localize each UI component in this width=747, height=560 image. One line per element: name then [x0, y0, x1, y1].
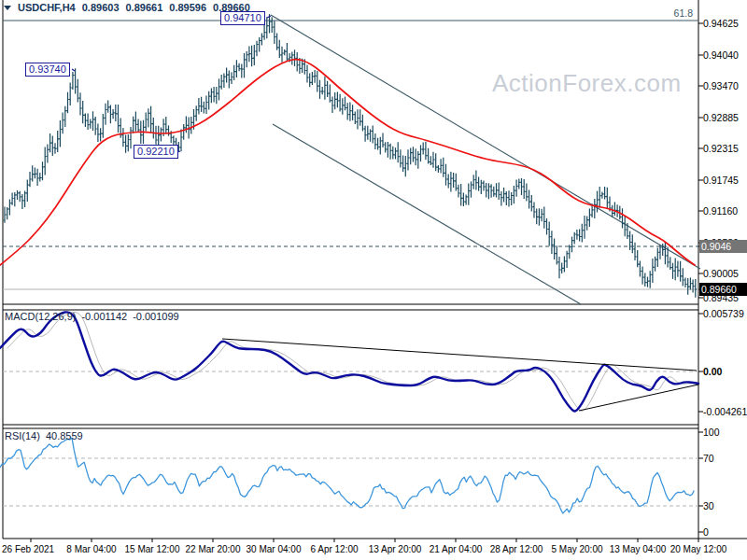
swing-high-callout: 0.94710: [220, 11, 265, 25]
resistance-price-tag: 0.9046: [699, 240, 747, 253]
watermark: ActionForex.com: [492, 69, 682, 98]
swing-high-callout-2: 0.93740: [25, 63, 70, 77]
forex-chart-window: ActionForex.com USDCHF,H4 0.89603 0.8966…: [0, 0, 747, 560]
rsi-panel[interactable]: [3, 428, 698, 539]
quote-low: 0.89596: [169, 2, 206, 13]
current-price-tag: 0.89660: [699, 283, 747, 296]
rsi-value: 40.8559: [46, 430, 83, 441]
swing-low-callout: 0.92210: [134, 145, 178, 159]
macd-main-value: -0.001142: [81, 311, 127, 322]
macd-signal-value: -0.001099: [133, 311, 179, 322]
fib-level-label: 61.8: [667, 7, 693, 19]
rsi-name: RSI(14): [5, 430, 40, 441]
collapse-icon[interactable]: [4, 6, 11, 10]
macd-name: MACD(12,26,9): [5, 311, 76, 322]
chart-header: USDCHF,H4 0.89603 0.89661 0.89596 0.8966…: [4, 1, 250, 14]
rsi-label: RSI(14) 40.8559: [5, 430, 83, 441]
macd-label: MACD(12,26,9) -0.001142 -0.001099: [5, 311, 179, 322]
quote-high: 0.89661: [126, 2, 163, 13]
main-price-panel[interactable]: [3, 0, 698, 304]
quote-open: 0.89603: [82, 2, 120, 13]
symbol-timeframe: USDCHF,H4: [18, 2, 76, 13]
